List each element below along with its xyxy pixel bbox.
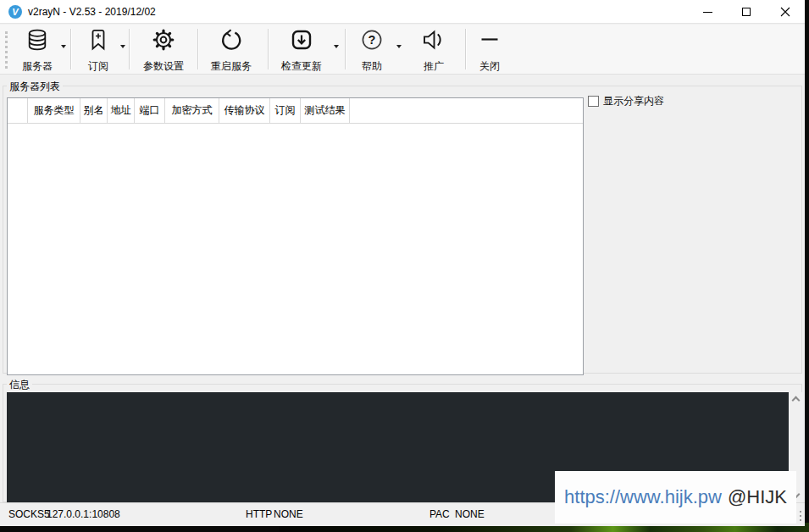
toolbar-close-label: 关闭 (479, 60, 500, 72)
toolbar-check-update-button[interactable]: 检查更新 (273, 27, 330, 72)
toolbar-separator (268, 29, 269, 69)
speaker-icon (421, 27, 446, 52)
grid-column-header-encryption[interactable]: 加密方式 (165, 98, 219, 123)
gear-icon (152, 27, 175, 52)
pac-value: NONE (455, 503, 485, 526)
toolbar-servers-label: 服务器 (22, 60, 53, 72)
v2rayn-window: V v2rayN - V2.53 - 2019/12/02 (0, 0, 805, 526)
servers-dropdown-arrow-icon[interactable] (61, 45, 66, 48)
scroll-up-icon[interactable] (792, 396, 801, 405)
window-title: v2rayN - V2.53 - 2019/12/02 (28, 0, 156, 24)
promo-overlay-badge: https://www.hijk.pw @HIJK (555, 471, 796, 524)
desktop-background: V v2rayN - V2.53 - 2019/12/02 (0, 0, 809, 532)
title-bar[interactable]: V v2rayN - V2.53 - 2019/12/02 (0, 0, 805, 24)
toolbar-separator (129, 29, 130, 69)
grid-column-header-alias[interactable]: 别名 (80, 98, 108, 123)
toolbar-separator (465, 29, 467, 69)
toolbar-grip-handle[interactable] (5, 31, 8, 69)
server-list-group-label: 服务器列表 (7, 80, 63, 94)
toolbar-separator (197, 29, 199, 69)
socks-proxy-value: 127.0.0.1:10808 (47, 503, 120, 526)
toolbar-check-update-label: 检查更新 (281, 60, 322, 72)
help-icon: ? (360, 27, 384, 52)
toolbar-close-button[interactable]: 关闭 (469, 27, 510, 72)
toolbar-subscription-button[interactable]: 订阅 (78, 27, 119, 72)
database-icon (25, 27, 49, 52)
resize-grip[interactable] (800, 511, 801, 513)
grid-row-selector-header[interactable] (8, 98, 28, 123)
info-group-label: 信息 (7, 378, 32, 392)
grid-column-header-test-result[interactable]: 测试结果 (301, 98, 350, 123)
socks-proxy-label: SOCKS5 (8, 503, 50, 526)
svg-text:?: ? (368, 33, 376, 47)
restart-icon (219, 27, 243, 52)
toolbar-settings-label: 参数设置 (143, 60, 184, 72)
grid-header-row: 服务类型 别名 地址 端口 加密方式 传输协议 订阅 测试结果 (8, 98, 583, 124)
help-dropdown-arrow-icon[interactable] (396, 45, 402, 48)
grid-column-header-service-type[interactable]: 服务类型 (28, 98, 80, 123)
toolbar-subscription-label: 订阅 (88, 60, 108, 72)
http-proxy-label: HTTP (246, 503, 272, 526)
grid-column-header-transport[interactable]: 传输协议 (219, 98, 270, 123)
grid-column-header-address[interactable]: 地址 (108, 98, 135, 123)
grid-column-header-port[interactable]: 端口 (135, 98, 165, 123)
app-logo-icon: V (8, 5, 22, 19)
toolbar-restart-service-label: 重启服务 (211, 60, 252, 72)
minimize-button[interactable] (688, 0, 727, 24)
toolbar-help-label: 帮助 (362, 60, 382, 72)
minus-icon (478, 27, 501, 52)
minimize-icon (703, 12, 712, 13)
show-share-content-label: 显示分享内容 (603, 94, 664, 108)
checkbox-unchecked-icon (588, 96, 599, 107)
grid-column-header-subscription[interactable]: 订阅 (270, 98, 301, 123)
subscription-dropdown-arrow-icon[interactable] (120, 45, 125, 48)
pac-label: PAC (429, 503, 450, 526)
toolbar-promotion-button[interactable]: 推广 (413, 27, 454, 72)
grid-empty-body[interactable] (8, 124, 583, 374)
check-update-dropdown-arrow-icon[interactable] (334, 45, 339, 48)
bookmark-plus-icon (87, 27, 109, 52)
toolbar-settings-button[interactable]: 参数设置 (135, 27, 192, 72)
close-button[interactable] (766, 0, 805, 24)
show-share-content-checkbox[interactable]: 显示分享内容 (588, 93, 664, 108)
server-list-grid[interactable]: 服务类型 别名 地址 端口 加密方式 传输协议 订阅 测试结果 (7, 97, 584, 375)
toolbar-restart-service-button[interactable]: 重启服务 (202, 27, 260, 72)
main-toolbar: 服务器 订阅 (0, 25, 805, 75)
maximize-button[interactable] (727, 0, 766, 24)
http-proxy-value: NONE (274, 503, 303, 526)
maximize-icon (742, 8, 751, 16)
toolbar-servers-button[interactable]: 服务器 (14, 27, 61, 72)
close-icon (780, 7, 790, 17)
download-icon (290, 27, 313, 52)
promo-handle: @HIJK (728, 486, 787, 508)
toolbar-help-button[interactable]: ? 帮助 (352, 27, 392, 72)
promo-link[interactable]: https://www.hijk.pw (564, 486, 722, 508)
toolbar-promotion-label: 推广 (424, 60, 444, 72)
toolbar-separator (345, 29, 346, 69)
toolbar-separator (70, 29, 72, 69)
